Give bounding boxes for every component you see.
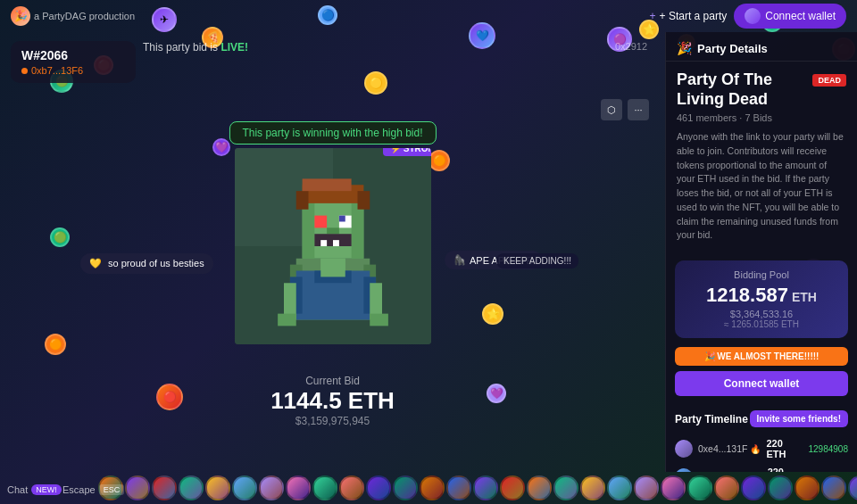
invite-text: Invite some friends! [757, 414, 841, 424]
strip-avatar [580, 475, 605, 500]
connect-wallet-button[interactable]: Connect wallet [734, 4, 846, 29]
party-stats: 461 members · 7 Bids [677, 112, 846, 123]
strip-avatar [232, 475, 257, 500]
action-icons: ⬡ ··· [601, 99, 649, 120]
svg-rect-12 [295, 191, 308, 210]
plus-icon: + [650, 10, 656, 22]
svg-rect-25 [278, 314, 296, 326]
strip-avatar [848, 475, 857, 500]
chat-text: so proud of us besties [108, 258, 204, 269]
escape-label: Escape ESC [62, 484, 124, 495]
strip-avatar [687, 475, 712, 500]
dead-badge: DEAD [812, 74, 846, 87]
main-content: W#2066 0xb7...13F6 This party bid is LIV… [0, 32, 857, 472]
share-icon[interactable]: ⬡ [601, 99, 622, 120]
start-party-button[interactable]: + + Start a party [650, 10, 728, 22]
svg-rect-18 [327, 227, 339, 234]
strip-avatar [714, 475, 739, 500]
party-name: Party Of The Living Dead [677, 70, 807, 109]
top-bar-right: + + Start a party Connect wallet [650, 4, 846, 29]
timeline-eth: 220 ETH [766, 438, 803, 459]
connect-wallet-panel-text: Connect wallet [724, 377, 800, 390]
keep-adding-text: KEEP ADDING!!! [503, 256, 571, 266]
chat-emoji: 💛 [89, 258, 102, 269]
chat-text-label: Chat [7, 484, 28, 495]
top-bar-left: 🎉 a PartyDAG production [11, 6, 135, 26]
almost-there-text: 🎉 WE ALMOST THERE!!!!! [704, 351, 820, 361]
strip-avatar [125, 475, 150, 500]
strip-avatar [339, 475, 364, 500]
pixel-zombie-svg [235, 148, 431, 344]
winning-banner: This party is winning with the high bid! [229, 121, 436, 145]
timeline-header: Party Timeline Invite some friends! [675, 410, 848, 427]
connect-wallet-label: Connect wallet [765, 10, 836, 22]
party-emoji-icon: 🎉 [677, 41, 692, 55]
bid-info: Current Bid 1144.5 ETH $3,159,975,945 [270, 375, 395, 427]
party-timeline-section: Party Timeline Invite some friends! 0xe4… [666, 403, 857, 472]
timeline-list: 0xe4...131F🔥220 ETH129849080x22...Cb32🔥2… [675, 434, 848, 472]
strip-avatar [152, 475, 177, 500]
svg-rect-20 [320, 240, 327, 246]
party-info-section: Party Of The Living Dead DEAD 461 member… [666, 62, 857, 260]
bidding-pool-usd: $3,364,533.16 [686, 309, 837, 319]
logo-text: a PartyDAG production [34, 11, 135, 21]
strip-avatar [366, 475, 391, 500]
strip-avatar [553, 475, 578, 500]
current-bid-amount: 1144.5 ETH [270, 387, 395, 415]
bidding-pool-card: Bidding Pool 1218.587 ETH $3,364,533.16 … [675, 260, 848, 338]
chat-label: Chat NEW! [7, 484, 62, 495]
strip-avatar [420, 475, 445, 500]
strip-avatar [768, 475, 793, 500]
strip-avatar [473, 475, 498, 500]
strip-avatar [527, 475, 552, 500]
timeline-address: 0xe4...131F🔥 [698, 443, 761, 454]
left-panel: W#2066 0xb7...13F6 This party bid is LIV… [0, 32, 665, 472]
svg-rect-13 [357, 191, 370, 210]
strip-avatar [286, 475, 311, 500]
live-text: LIVE! [220, 41, 248, 54]
escape-text: Escape [62, 484, 96, 495]
connect-wallet-panel-button[interactable]: Connect wallet [675, 371, 848, 396]
strip-avatar [795, 475, 820, 500]
wallet-avatar [745, 8, 761, 24]
live-prefix: This party bid is [143, 41, 218, 54]
top-bar: 🎉 a PartyDAG production + + Start a part… [0, 0, 857, 32]
timeline-tx: 12984908 [809, 444, 849, 454]
strip-avatar [500, 475, 525, 500]
bidding-pool-eth: ETH [792, 290, 817, 304]
bidding-pool-amount: 1218.587 [706, 284, 788, 307]
start-party-label: + Start a party [660, 10, 728, 22]
strip-avatar [393, 475, 418, 500]
esc-badge: ESC [99, 484, 125, 495]
strip-avatar [634, 475, 659, 500]
chat-bubble-besties: 💛 so proud of us besties [80, 253, 213, 274]
address-text: 0xb7...13F6 [31, 65, 83, 76]
strip-avatar [821, 475, 846, 500]
live-badge: This party bid is LIVE! [143, 41, 248, 54]
timeline-avatar [675, 440, 693, 458]
party-description: Anyone with the link to your party will … [677, 130, 846, 243]
strip-avatar [607, 475, 632, 500]
svg-rect-14 [302, 178, 351, 191]
menu-icon[interactable]: ··· [628, 99, 649, 120]
strong-text: STRONG [404, 148, 431, 153]
bottom-bar: Chat NEW! Escape ESC [0, 472, 857, 504]
bidding-pool-label: Bidding Pool [686, 269, 837, 280]
svg-rect-17 [338, 216, 345, 222]
logo-icon: 🎉 [11, 6, 30, 26]
svg-rect-26 [370, 314, 388, 326]
almost-there-button[interactable]: 🎉 WE ALMOST THERE!!!!! [675, 347, 848, 366]
strip-avatar [259, 475, 284, 500]
bottom-avatars-strip [98, 472, 857, 504]
chat-new-badge: NEW! [31, 484, 62, 495]
current-bid-label: Current Bid [270, 375, 395, 387]
keep-adding: KEEP ADDING!!! [496, 253, 578, 269]
invite-button[interactable]: Invite some friends! [750, 410, 848, 427]
status-area: 🎉 WE ALMOST THERE!!!!! Connect wallet [675, 347, 848, 396]
current-bid-usd: $3,159,975,945 [270, 415, 395, 427]
party-title-line: Party Of The Living Dead DEAD [677, 70, 846, 109]
timeline-title: Party Timeline [675, 413, 748, 426]
strip-avatar [741, 475, 766, 500]
party-details-header: 🎉 Party Details [666, 32, 857, 62]
nft-info-box: W#2066 0xb7...13F6 [11, 41, 136, 83]
